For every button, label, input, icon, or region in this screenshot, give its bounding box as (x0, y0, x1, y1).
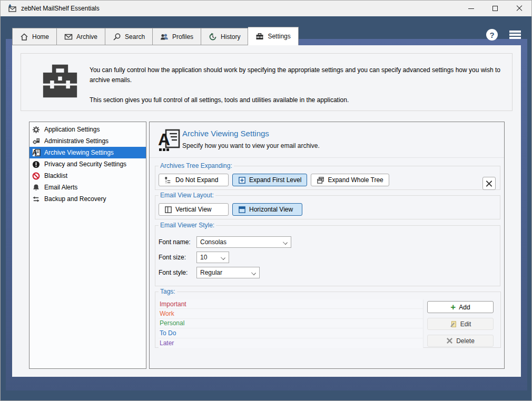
font-style-select[interactable]: Regular (196, 267, 260, 278)
window-title: zebNet MailShelf Essentials (21, 5, 100, 12)
close-x-icon (486, 180, 492, 187)
group-archives-tree-expanding: Archives Tree Expanding: Do Not Expand (155, 162, 500, 190)
selected-value: 10 (200, 254, 207, 261)
plus-icon: + (450, 303, 456, 312)
tag-actions: + Add Edit (423, 299, 497, 348)
clear-selection-button[interactable] (482, 177, 496, 190)
content-panel: You can fully control how the applicatio… (12, 45, 521, 377)
font-size-select[interactable]: 10 (196, 252, 229, 263)
vertical-view-button[interactable]: Vertical View (159, 203, 229, 216)
expand-first-level-button[interactable]: Expand First Level (232, 174, 307, 186)
sidebar-item-blacklist[interactable]: Blacklist (29, 170, 146, 182)
maximize-icon (492, 6, 498, 11)
top-right-icons: ? (486, 29, 521, 41)
section-header: A Archive Viewing Settings Specify how y… (150, 122, 504, 158)
archive-view-doc-icon: A (158, 129, 180, 151)
maximize-button[interactable] (483, 1, 507, 16)
tab-history[interactable]: History (201, 28, 248, 45)
exclamation-icon (32, 160, 41, 169)
sidebar-item-label: Application Settings (44, 126, 100, 133)
chevron-down-icon (221, 255, 225, 260)
archive-viewing-settings-panel: A Archive Viewing Settings Specify how y… (149, 122, 505, 369)
view-layout-options: Vertical View Horizontal View (159, 203, 497, 216)
sidebar-item-email-alerts[interactable]: Email Alerts (29, 182, 146, 193)
button-label: Edit (460, 320, 471, 328)
sidebar-item-label: Backup and Recovery (44, 195, 106, 203)
home-icon (20, 33, 28, 41)
window-stack-icon (317, 176, 324, 184)
help-button[interactable]: ? (486, 29, 498, 41)
svg-text:A: A (158, 130, 170, 149)
sidebar-item-archive-viewing-settings[interactable]: A Archive Viewing Settings (29, 147, 146, 158)
group-tags: Tags: Important Work Personal To Do Late… (155, 288, 501, 348)
expand-whole-tree-button[interactable]: Expand Whole Tree (311, 174, 389, 186)
tag-row-important[interactable]: Important (159, 299, 423, 309)
tab-settings[interactable]: Settings (248, 27, 298, 45)
group-legend: Archives Tree Expanding: (159, 162, 234, 169)
chevron-down-icon (283, 240, 288, 245)
horizontal-split-icon (238, 206, 246, 214)
sidebar-item-application-settings[interactable]: Application Settings (29, 124, 146, 135)
selected-value: Consolas (200, 238, 226, 246)
delete-tag-button[interactable]: Delete (427, 335, 494, 347)
add-tag-button[interactable]: + Add (427, 301, 494, 313)
profiles-icon (160, 33, 169, 41)
button-label: Expand Whole Tree (328, 176, 383, 184)
selected-value: Regular (200, 269, 222, 276)
sidebar-item-label: Archive Viewing Settings (44, 149, 114, 156)
menu-button[interactable] (509, 31, 521, 39)
search-icon (113, 33, 121, 41)
button-label: Expand First Level (249, 176, 301, 184)
sidebar-item-label: Blacklist (44, 172, 67, 179)
group-email-viewer-style: Email Viewer Style: Font name: Consolas … (155, 222, 500, 286)
tab-label: History (221, 33, 240, 41)
gear-icon (32, 125, 41, 134)
vertical-split-icon (164, 206, 172, 214)
tab-profiles[interactable]: Profiles (153, 28, 201, 45)
prohibition-icon (32, 172, 41, 181)
tab-label: Search (125, 33, 145, 41)
group-legend: Tags: (159, 288, 177, 295)
tag-row-todo[interactable]: To Do (159, 328, 423, 338)
tag-label: Later (160, 339, 174, 347)
window-controls (459, 1, 531, 16)
pencil-note-icon (450, 320, 457, 328)
tag-label: Work (160, 310, 174, 317)
group-legend: Email View Layout: (159, 192, 215, 199)
tab-label: Home (32, 33, 49, 41)
tag-label: To Do (160, 329, 176, 337)
tag-row-work[interactable]: Work (159, 309, 423, 318)
tag-list[interactable]: Important Work Personal To Do Later (159, 299, 423, 348)
tag-row-later[interactable]: Later (159, 338, 423, 348)
edit-tag-button[interactable]: Edit (427, 318, 494, 330)
tab-label: Settings (268, 33, 290, 40)
bell-icon (32, 183, 41, 192)
do-not-expand-button[interactable]: Do Not Expand (159, 174, 229, 186)
envelope-icon (64, 33, 73, 41)
toolbox-icon (40, 63, 80, 99)
sidebar-item-backup-recovery[interactable]: Backup and Recovery (29, 193, 146, 205)
tab-archive[interactable]: Archive (57, 28, 105, 45)
tag-label: Important (160, 300, 186, 308)
mail-download-icon (7, 4, 17, 13)
minimize-button[interactable] (459, 1, 483, 16)
sync-arrows-icon (32, 195, 41, 204)
sidebar-item-administrative-settings[interactable]: Administrative Settings (29, 135, 146, 147)
close-button[interactable] (507, 1, 531, 16)
font-size-row: Font size: 10 (159, 252, 497, 263)
sidebar-item-privacy-security[interactable]: Privacy and Security Settings (29, 158, 146, 170)
font-name-select[interactable]: Consolas (196, 236, 291, 248)
intro-paragraph-1: You can fully control how the applicatio… (90, 65, 503, 85)
tab-search[interactable]: Search (105, 28, 153, 45)
tag-row-personal[interactable]: Personal (159, 319, 423, 328)
expand-plus-icon (238, 176, 246, 184)
content-frame: You can fully control how the applicatio… (6, 39, 527, 390)
tag-label: Personal (160, 319, 184, 327)
button-label: Do Not Expand (175, 176, 218, 184)
x-icon (446, 337, 453, 344)
horizontal-view-button[interactable]: Horizontal View (232, 203, 302, 216)
settings-intro-text: You can fully control how the applicatio… (90, 65, 503, 105)
settings-category-list: Application Settings Administrative Sett… (29, 122, 146, 369)
button-label: Add (459, 304, 470, 311)
tab-home[interactable]: Home (12, 28, 57, 45)
